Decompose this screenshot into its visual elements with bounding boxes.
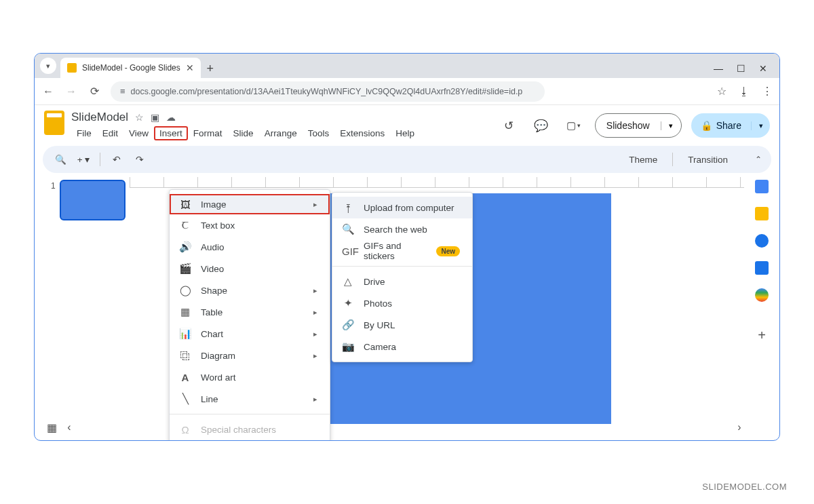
bookmark-star-icon[interactable]: ☆: [717, 85, 726, 98]
insert-table-item[interactable]: ▦Table▸: [170, 301, 330, 323]
add-panel-icon[interactable]: +: [758, 328, 766, 343]
side-panel: +: [744, 173, 779, 441]
new-tab-button[interactable]: +: [201, 59, 220, 78]
browser-address-row: ← → ⟳ ≡ docs.google.com/presentation/d/1…: [35, 78, 779, 105]
window-minimize-icon[interactable]: —: [714, 63, 723, 74]
ruler: [130, 177, 744, 188]
insert-video-item[interactable]: 🎬Video: [170, 258, 330, 279]
search-menus-icon[interactable]: 🔍: [52, 154, 69, 165]
image-photos-item[interactable]: ✦Photos: [332, 292, 472, 314]
menu-help[interactable]: Help: [390, 126, 420, 140]
share-dropdown-icon[interactable]: ▾: [751, 121, 770, 130]
diagram-icon: ⿻: [179, 350, 191, 362]
insert-line-item[interactable]: ╲Line▸: [170, 388, 330, 410]
star-document-icon[interactable]: ☆: [135, 112, 144, 123]
insert-chart-item[interactable]: 📊Chart▸: [170, 323, 330, 345]
thumbnail-preview[interactable]: [60, 180, 125, 220]
window-maximize-icon[interactable]: ☐: [737, 63, 745, 74]
video-icon: 🎬: [179, 263, 191, 275]
bottom-bar: ▦ ‹ ›: [43, 417, 748, 438]
undo-icon[interactable]: ↶: [109, 154, 125, 165]
insert-audio-item[interactable]: 🔊Audio: [170, 236, 330, 258]
tab-search-button[interactable]: ▾: [40, 58, 56, 74]
title-block: SlideModel ☆ ▣ ☁ File Edit View Insert F…: [71, 111, 420, 140]
image-byurl-item[interactable]: 🔗By URL: [332, 314, 472, 336]
drive-icon: △: [342, 275, 354, 288]
move-document-icon[interactable]: ▣: [151, 112, 159, 123]
thumbnail-item[interactable]: 1: [51, 180, 125, 220]
cloud-status-icon[interactable]: ☁: [166, 112, 176, 123]
tasks-panel-icon[interactable]: [755, 234, 769, 248]
menu-arrange[interactable]: Arrange: [259, 126, 303, 140]
lock-icon: 🔒: [701, 120, 712, 131]
wordart-icon: A: [179, 372, 191, 383]
chart-icon: 📊: [179, 328, 191, 340]
menu-slide[interactable]: Slide: [228, 126, 259, 140]
image-camera-item[interactable]: 📷Camera: [332, 336, 472, 357]
slideshow-button[interactable]: Slideshow ▾: [595, 113, 682, 138]
comments-icon[interactable]: 💬: [530, 114, 553, 137]
window-controls: — ☐ ✕: [714, 63, 775, 78]
gif-icon: GIF: [342, 246, 354, 257]
menu-insert[interactable]: Insert: [154, 126, 188, 140]
maps-panel-icon[interactable]: [755, 288, 769, 302]
history-icon[interactable]: ↺: [497, 114, 520, 137]
toolbar-collapse-icon[interactable]: ⌃: [755, 155, 762, 164]
keep-panel-icon[interactable]: [755, 207, 769, 220]
camera-icon: 📷: [342, 341, 354, 353]
menu-view[interactable]: View: [123, 126, 154, 140]
menu-extensions[interactable]: Extensions: [334, 126, 390, 140]
grid-view-icon[interactable]: ▦: [43, 421, 60, 434]
redo-icon[interactable]: ↷: [132, 154, 148, 165]
nav-back-icon[interactable]: ←: [41, 85, 55, 98]
menu-format[interactable]: Format: [188, 126, 228, 140]
image-gifs-item[interactable]: GIFGIFs and stickersNew: [332, 240, 472, 262]
tab-title: SlideModel - Google Slides: [82, 63, 180, 73]
image-searchweb-item[interactable]: 🔍Search the web: [332, 218, 472, 240]
menu-file[interactable]: File: [71, 126, 97, 140]
image-upload-item[interactable]: ⭱Upload from computer: [332, 197, 472, 218]
address-bar[interactable]: ≡ docs.google.com/presentation/d/13AAei1…: [111, 81, 545, 102]
contacts-panel-icon[interactable]: [755, 261, 769, 275]
transition-button[interactable]: Transition: [688, 155, 728, 165]
table-icon: ▦: [179, 306, 191, 318]
insert-wordart-item[interactable]: AWord art: [170, 366, 330, 388]
new-slide-dropdown-icon[interactable]: + ▾: [75, 154, 92, 165]
menu-edit[interactable]: Edit: [97, 126, 123, 140]
prev-slide-icon[interactable]: ‹: [60, 421, 78, 433]
image-drive-item[interactable]: △Drive: [332, 271, 472, 292]
insert-textbox-item[interactable]: ꞆText box: [170, 214, 330, 236]
next-slide-icon[interactable]: ›: [731, 421, 748, 433]
audio-icon: 🔊: [179, 241, 191, 253]
document-title[interactable]: SlideModel: [71, 111, 128, 124]
calendar-panel-icon[interactable]: [755, 180, 769, 193]
nav-reload-icon[interactable]: ⟳: [88, 85, 101, 98]
browser-tab[interactable]: SlideModel - Google Slides ✕: [60, 58, 201, 78]
insert-diagram-item[interactable]: ⿻Diagram▸: [170, 345, 330, 366]
slideshow-dropdown-icon[interactable]: ▾: [661, 121, 681, 130]
window-close-icon[interactable]: ✕: [759, 63, 767, 74]
meet-icon[interactable]: ▢▾: [562, 114, 585, 137]
share-button[interactable]: 🔒Share ▾: [691, 113, 770, 138]
nav-forward-icon[interactable]: →: [64, 85, 78, 98]
menu-tools[interactable]: Tools: [303, 126, 335, 140]
site-info-icon[interactable]: ≡: [120, 86, 125, 96]
slideshow-label[interactable]: Slideshow: [596, 120, 661, 131]
browser-menu-icon[interactable]: ⋮: [762, 85, 773, 98]
search-icon: 🔍: [342, 223, 354, 235]
insert-specialchars-item: ΩSpecial characters: [170, 419, 330, 440]
submenu-arrow-icon: ▸: [313, 200, 317, 209]
insert-animation-item: ◉Animation: [170, 440, 330, 441]
browser-tabstrip: ▾ SlideModel - Google Slides ✕ + — ☐ ✕: [35, 54, 779, 78]
image-submenu: ⭱Upload from computer 🔍Search the web GI…: [332, 192, 473, 362]
insert-image-item[interactable]: 🖼 Image ▸: [170, 194, 330, 214]
insert-shape-item[interactable]: ◯Shape▸: [170, 279, 330, 301]
photos-icon: ✦: [342, 297, 354, 309]
theme-button[interactable]: Theme: [629, 155, 657, 165]
toolbar: 🔍 + ▾ ↶ ↷ Theme Transition ⌃: [43, 146, 771, 173]
insert-menu-dropdown: 🖼 Image ▸ ꞆText box 🔊Audio 🎬Video ◯Shape…: [169, 189, 330, 441]
downloads-icon[interactable]: ⭳: [739, 85, 750, 98]
line-icon: ╲: [179, 393, 191, 405]
slides-logo-icon[interactable]: [44, 111, 64, 135]
tab-close-icon[interactable]: ✕: [186, 62, 194, 73]
